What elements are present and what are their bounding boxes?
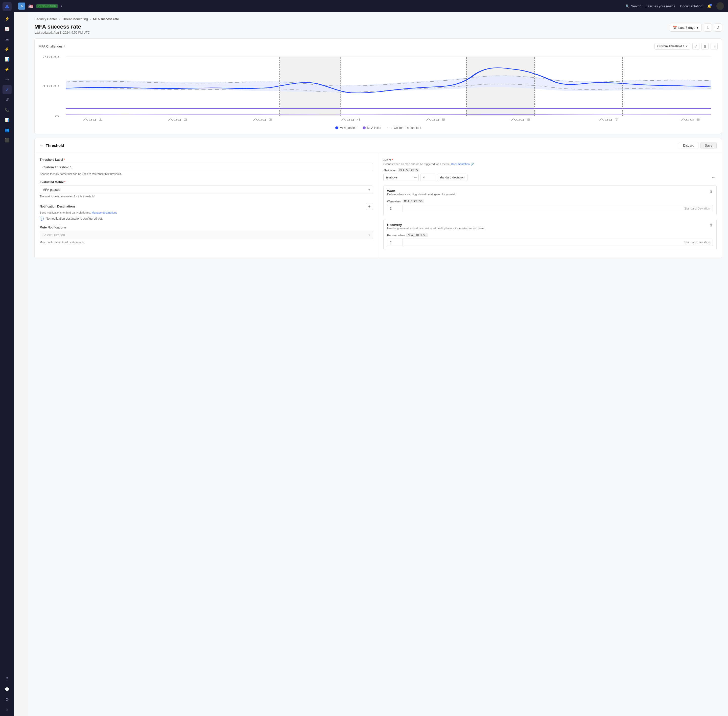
breadcrumb: Security Center › Threat Monitoring › MF… bbox=[34, 17, 722, 21]
topbar-search[interactable]: 🔍 Search bbox=[625, 4, 642, 8]
legend-threshold-label: Custom Threshold 1 bbox=[394, 126, 421, 130]
threshold-back-button[interactable]: ← bbox=[40, 143, 44, 148]
recovery-title: Recovery bbox=[387, 223, 486, 227]
svg-text:Aug 4: Aug 4 bbox=[341, 118, 361, 121]
chart-title-text: MFA Challenges bbox=[39, 44, 63, 48]
main-content: Security Center › Threat Monitoring › MF… bbox=[28, 12, 728, 716]
recovery-section: Recovery How long an alert should be con… bbox=[383, 219, 717, 250]
sidebar-item-flash[interactable]: ⚡ bbox=[3, 44, 12, 53]
sidebar-item-cloud[interactable]: ☁ bbox=[3, 34, 12, 44]
save-button[interactable]: Save bbox=[701, 142, 717, 149]
sidebar: ⚡ 📈 ☁ ⚡ 📊 ⚡ ✏ ✓ ↺ 📞 📊 👥 ⬛ ? 💬 ⚙ » bbox=[0, 0, 14, 716]
chart-info-icon[interactable]: ℹ bbox=[64, 44, 65, 48]
metric-select[interactable]: MFA passed bbox=[40, 185, 373, 194]
breadcrumb-security-center[interactable]: Security Center bbox=[34, 17, 57, 21]
alert-value-input[interactable] bbox=[420, 174, 435, 181]
recovery-when-label: Recover when MFA_SUCCESS bbox=[387, 233, 713, 237]
info-button[interactable]: ℹ bbox=[704, 24, 712, 32]
topbar-discuss-link[interactable]: Discuss your needs bbox=[646, 4, 675, 8]
threshold-label-label: Threshold Label * bbox=[40, 158, 373, 161]
page-header: MFA success rate Last updated: Aug 8, 20… bbox=[34, 24, 722, 34]
sidebar-item-flash2[interactable]: ⚡ bbox=[3, 65, 12, 74]
sidebar-item-edit[interactable]: ✏ bbox=[3, 75, 12, 84]
topbar-bell-icon[interactable]: 🔔 bbox=[707, 4, 711, 8]
warn-delete-button[interactable]: 🗑 bbox=[709, 189, 713, 193]
refresh-button[interactable]: ↺ bbox=[714, 24, 722, 32]
threshold-right-panel: Alert * Defines when an alert should be … bbox=[378, 153, 722, 258]
recovery-metric-badge: MFA_SUCCESS bbox=[406, 233, 428, 237]
add-destination-button[interactable]: + bbox=[366, 203, 373, 210]
svg-text:2000: 2000 bbox=[42, 55, 59, 58]
legend-threshold: Custom Threshold 1 bbox=[387, 126, 421, 130]
sidebar-item-square[interactable]: ⬛ bbox=[3, 135, 12, 144]
threshold-chevron-icon: ▾ bbox=[686, 44, 687, 48]
sidebar-item-alerts[interactable]: ⚡ bbox=[3, 14, 12, 23]
mute-hint: Mute notifications to all destinations. bbox=[40, 241, 373, 244]
recovery-value-input[interactable] bbox=[387, 239, 402, 246]
evaluated-metric-label: Evaluated Metric * bbox=[40, 181, 373, 184]
alert-doc-link[interactable]: Documentation 🔗 bbox=[451, 162, 474, 165]
search-icon: 🔍 bbox=[625, 4, 629, 8]
topbar-env-chevron[interactable]: ▾ bbox=[61, 4, 62, 8]
recovery-desc: How long an alert should be considered h… bbox=[387, 227, 486, 230]
sidebar-item-users[interactable]: 👥 bbox=[3, 125, 12, 135]
alert-condition-wrapper: is above ▾ bbox=[383, 174, 419, 181]
sidebar-item-bar[interactable]: 📊 bbox=[3, 115, 12, 124]
threshold-label-input[interactable] bbox=[40, 163, 373, 171]
warn-value-input[interactable] bbox=[387, 205, 402, 212]
legend-passed-dot bbox=[335, 126, 338, 129]
alert-required-star: * bbox=[392, 158, 393, 162]
recovery-delete-button[interactable]: 🗑 bbox=[709, 223, 713, 227]
alert-section-title: Alert * bbox=[383, 158, 717, 162]
svg-text:Aug 8: Aug 8 bbox=[681, 118, 700, 121]
chart-more-button[interactable]: ⋮ bbox=[711, 43, 717, 50]
time-range-button[interactable]: 📅 Last 7 days ▾ bbox=[670, 24, 702, 32]
manage-destinations-link[interactable]: Manage destinations bbox=[91, 211, 117, 214]
warn-when-label: Warn when MFA_SUCCESS bbox=[387, 199, 713, 203]
alert-unit-select[interactable]: standard deviation bbox=[437, 174, 467, 181]
sidebar-expand-button[interactable]: » bbox=[3, 705, 12, 714]
threshold-section: ← Threshold Discard Save Threshold Label… bbox=[34, 138, 722, 258]
sidebar-item-refresh[interactable]: ↺ bbox=[3, 95, 12, 104]
warn-section: Warn Defines when a warning should be tr… bbox=[383, 185, 717, 216]
page-title: MFA success rate bbox=[34, 24, 670, 30]
warn-title: Warn bbox=[387, 189, 457, 193]
legend-failed-dot bbox=[362, 126, 366, 129]
sidebar-item-dashboard[interactable]: 📊 bbox=[3, 55, 12, 64]
sidebar-item-security[interactable]: ✓ bbox=[3, 85, 12, 94]
chart-expand-button[interactable]: ⤢ bbox=[692, 43, 699, 50]
mute-select[interactable]: Select Duration bbox=[40, 231, 373, 239]
alert-when-label: Alert when MFA_SUCCESS bbox=[383, 168, 717, 172]
mute-select-wrapper: Select Duration bbox=[40, 231, 373, 239]
topbar-user-avatar[interactable] bbox=[716, 2, 724, 10]
topbar-avatar: A bbox=[18, 3, 25, 10]
page-subtitle: Last updated: Aug 8, 2024, 9:59 PM UTC bbox=[34, 31, 670, 34]
topbar-env-badge: PRODUCTION bbox=[36, 4, 58, 8]
alert-section-desc: Defines when an alert should be triggere… bbox=[383, 162, 717, 166]
sidebar-item-chat[interactable]: 💬 bbox=[3, 685, 12, 694]
threshold-dropdown-button[interactable]: Custom Threshold 1 ▾ bbox=[654, 43, 690, 50]
sidebar-item-analytics[interactable]: 📈 bbox=[3, 24, 12, 33]
chart-svg: 2000 1000 0 bbox=[39, 53, 717, 124]
svg-text:Aug 7: Aug 7 bbox=[599, 118, 619, 121]
legend-failed-label: MFA failed bbox=[367, 126, 381, 130]
warn-desc: Defines when a warning should be trigger… bbox=[387, 193, 457, 196]
notification-destinations-field: Notification Destinations + Send notific… bbox=[40, 203, 373, 221]
sidebar-item-settings[interactable]: ⚙ bbox=[3, 695, 12, 704]
svg-text:Aug 2: Aug 2 bbox=[168, 118, 188, 121]
required-star-2: * bbox=[64, 181, 65, 184]
chart-title: MFA Challenges ℹ bbox=[39, 44, 65, 48]
calendar-icon: 📅 bbox=[673, 26, 677, 30]
threshold-button-label: Custom Threshold 1 bbox=[657, 44, 684, 48]
chart-card: MFA Challenges ℹ Custom Threshold 1 ▾ ⤢ … bbox=[34, 38, 722, 134]
discard-button[interactable]: Discard bbox=[679, 142, 698, 149]
metric-hint: The metric being evaluated for this thre… bbox=[40, 195, 373, 198]
svg-text:Aug 3: Aug 3 bbox=[253, 118, 272, 121]
sidebar-logo[interactable] bbox=[3, 2, 12, 11]
sidebar-item-phone[interactable]: 📞 bbox=[3, 105, 12, 114]
topbar-docs-link[interactable]: Documentation bbox=[680, 4, 702, 8]
alert-condition-select[interactable]: is above bbox=[383, 174, 419, 181]
chart-table-button[interactable]: ⊞ bbox=[701, 43, 708, 50]
sidebar-item-help[interactable]: ? bbox=[3, 675, 12, 684]
breadcrumb-threat-monitoring[interactable]: Threat Monitoring bbox=[62, 17, 88, 21]
